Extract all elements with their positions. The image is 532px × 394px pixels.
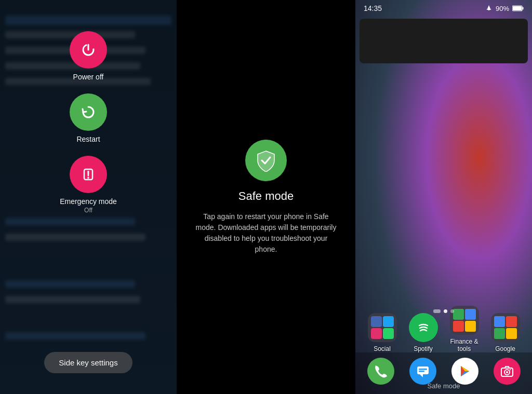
play-store-icon	[458, 364, 472, 378]
power-menu-panel: Power off Restart ! Emergency mode Off	[0, 0, 177, 394]
page-dot-lines	[433, 309, 441, 313]
spotify-logo-icon	[415, 319, 432, 336]
battery-percentage: 90%	[496, 5, 509, 12]
power-off-icon	[79, 40, 98, 59]
social-label: Social	[374, 345, 391, 352]
power-off-icon-circle	[70, 31, 107, 69]
svg-rect-5	[523, 7, 524, 10]
restart-icon-circle	[70, 93, 107, 131]
phone-call-icon	[367, 358, 394, 385]
messages-icon	[416, 364, 430, 378]
emergency-mode-sublabel: Off	[84, 207, 92, 214]
page-dot-active	[444, 309, 447, 313]
safe-mode-bottom-label: Safe mode	[355, 382, 532, 390]
power-off-button[interactable]: Power off	[70, 31, 107, 81]
shield-check-icon	[255, 149, 277, 172]
dock-phone[interactable]	[365, 358, 396, 385]
svg-point-19	[509, 369, 510, 370]
messages-icon-circle	[409, 358, 436, 385]
power-options-list: Power off Restart ! Emergency mode Off	[60, 31, 117, 214]
airplane-icon	[485, 5, 493, 12]
phone-icon	[374, 364, 388, 378]
restart-label: Restart	[76, 135, 100, 143]
safe-mode-dialog[interactable]: Safe mode Tap again to restart your phon…	[177, 140, 355, 255]
notification-box	[360, 19, 528, 63]
svg-rect-8	[417, 366, 429, 374]
svg-rect-6	[513, 6, 522, 10]
restart-button[interactable]: Restart	[70, 93, 107, 143]
emergency-icon-circle: !	[70, 156, 107, 193]
safe-mode-description: Tap again to restart your phone in Safe …	[193, 211, 339, 255]
app-social[interactable]: Social	[364, 313, 401, 352]
restart-icon	[79, 103, 98, 121]
side-key-settings-button[interactable]: Side key settings	[44, 352, 132, 373]
svg-rect-10	[419, 369, 427, 370]
social-folder-icon	[368, 313, 397, 342]
camera-icon	[500, 364, 514, 378]
svg-point-18	[506, 371, 508, 373]
finance-tools-label: Finance & tools	[446, 338, 483, 352]
app-google[interactable]: Google	[487, 313, 524, 352]
page-dots	[355, 309, 532, 313]
safe-mode-icon-circle	[245, 140, 287, 181]
emergency-mode-button[interactable]: ! Emergency mode Off	[60, 156, 117, 214]
play-store-icon-circle	[451, 358, 478, 385]
svg-rect-11	[419, 371, 424, 372]
safe-mode-title: Safe mode	[238, 189, 294, 203]
phone-screen: 14:35 90% Soc	[355, 0, 532, 394]
dock-play-store[interactable]	[449, 358, 481, 385]
power-off-label: Power off	[73, 73, 104, 81]
safe-mode-panel: Safe mode Tap again to restart your phon…	[177, 0, 355, 394]
dock-messages[interactable]	[407, 358, 438, 385]
emergency-icon: !	[79, 165, 98, 184]
safe-mode-text: Safe mode	[428, 382, 460, 390]
svg-marker-9	[420, 374, 423, 377]
battery-icon	[512, 5, 524, 11]
google-label: Google	[495, 345, 515, 352]
dock-camera[interactable]	[491, 358, 523, 385]
spotify-label: Spotify	[414, 345, 433, 352]
emergency-mode-label: Emergency mode	[60, 197, 117, 206]
status-right-icons: 90%	[485, 5, 524, 12]
app-spotify[interactable]: Spotify	[405, 313, 442, 352]
status-time: 14:35	[364, 4, 382, 12]
page-dot-inactive	[450, 309, 454, 313]
camera-icon-circle	[494, 358, 521, 385]
spotify-icon	[409, 313, 438, 342]
status-bar: 14:35 90%	[355, 0, 532, 17]
google-folder-icon	[491, 313, 520, 342]
